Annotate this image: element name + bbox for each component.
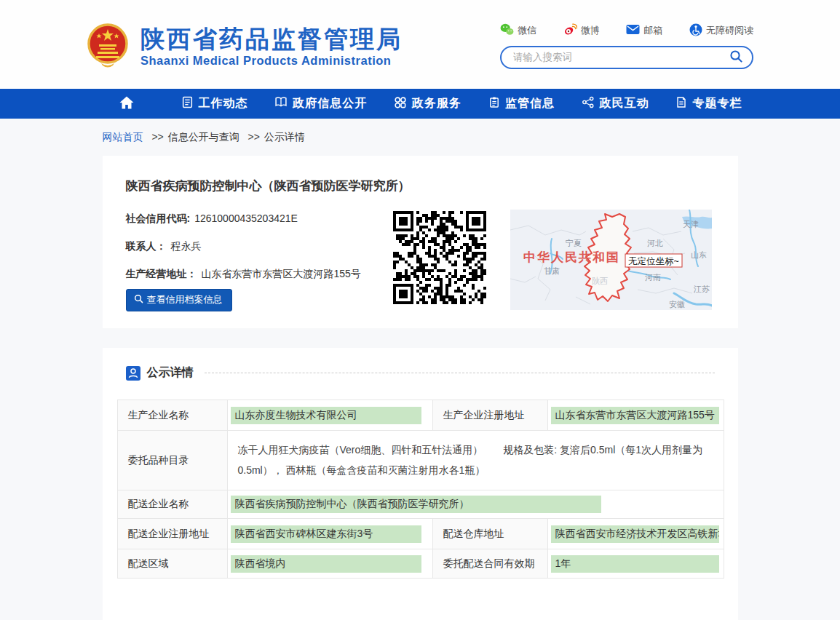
- entity-summary-card: 陕西省疾病预防控制中心（陕西省预防医学研究所） 社会信用代码:126100004…: [103, 156, 738, 328]
- open-book-icon: [274, 96, 288, 111]
- section-header: 公示详情: [126, 365, 715, 381]
- site-title: 陕西省药品监督管理局: [140, 25, 403, 53]
- table-row: 配送企业名称 陕西省疾病预防控制中心（陕西省预防医学研究所）: [117, 490, 724, 519]
- nav-item-gov-info[interactable]: 政府信息公开: [274, 96, 367, 111]
- map-region-label: 安徽: [669, 300, 685, 309]
- table-row: 生产企业名称 山东亦度生物技术有限公司 生产企业注册地址 山东省东营市东营区大渡…: [117, 400, 724, 431]
- site-subtitle: Shaanxi Medical Products Administration: [140, 54, 403, 68]
- cell-value: 陕西省疾病预防控制中心（陕西省预防医学研究所）: [227, 490, 724, 519]
- header-quick-links: 微信 微博: [500, 23, 753, 39]
- breadcrumb-item-info-query: 信息公开与查询: [168, 131, 239, 143]
- section-title: 公示详情: [147, 365, 194, 381]
- clipboard-icon: [488, 96, 500, 111]
- map-region-label: 天津: [683, 220, 699, 228]
- field-credit-code: 社会信用代码:12610000435203421E: [126, 212, 298, 226]
- detail-table: 生产企业名称 山东亦度生物技术有限公司 生产企业注册地址 山东省东营市东营区大渡…: [117, 400, 724, 579]
- breadcrumb-home-link[interactable]: 网站首页: [103, 131, 143, 143]
- site-brand[interactable]: 陕西省药品监督管理局 Shaanxi Medical Products Admi…: [87, 18, 403, 71]
- main-nav: 工作动态 政府信息公开 政务服务 监管信息: [0, 89, 840, 119]
- nav-item-special-topics[interactable]: 专题专栏: [675, 96, 742, 111]
- view-credit-file-button[interactable]: 查看信用档案信息: [126, 289, 232, 311]
- nav-home-button[interactable]: [119, 95, 135, 113]
- search-icon: [729, 49, 743, 65]
- cell-label: 配送企业注册地址: [117, 519, 227, 549]
- cell-value: 1年: [547, 549, 724, 579]
- map-country-label: 中华人民共和国: [523, 250, 620, 264]
- map-region-label: 甘肃: [544, 266, 560, 275]
- cell-label: 生产企业注册地址: [432, 400, 547, 431]
- nav-item-work-news[interactable]: 工作动态: [181, 96, 248, 111]
- breadcrumb-separator: >>: [151, 131, 163, 143]
- cell-label: 委托品种目录: [117, 431, 227, 490]
- svg-text:无定位坐标~: 无定位坐标~: [628, 256, 679, 266]
- cell-value: 山东亦度生物技术有限公司: [227, 400, 432, 431]
- section-divider: [205, 373, 715, 373]
- weibo-icon: [563, 23, 577, 38]
- field-contact: 联系人：程永兵: [126, 240, 202, 253]
- wechat-link[interactable]: 微信: [500, 23, 536, 38]
- entity-title: 陕西省疾病预防控制中心（陕西省预防医学研究所）: [126, 178, 411, 194]
- accessibility-icon: [689, 23, 702, 39]
- cell-label: 配送企业名称: [117, 490, 227, 519]
- field-address: 生产经营地址：山东省东营市东营区大渡河路155号: [126, 268, 361, 281]
- breadcrumb: 网站首页 >> 信息公开与查询 >> 公示详情: [103, 119, 738, 156]
- journal-icon: [675, 96, 687, 111]
- breadcrumb-separator: >>: [248, 131, 260, 143]
- map-region-label: 陕西: [592, 277, 608, 285]
- table-row: 配送区域 陕西省境内 委托配送合同有效期 1年: [117, 549, 724, 579]
- national-emblem-logo: [87, 23, 129, 71]
- cell-value: 冻干人用狂犬病疫苗（Vero细胞、四针和五针法通用） 规格及包装: 复溶后0.5…: [227, 431, 724, 490]
- cell-label: 配送区域: [117, 549, 227, 579]
- cell-label: 委托配送合同有效期: [432, 549, 547, 579]
- map-region-label: 江苏: [693, 285, 710, 293]
- nav-item-services[interactable]: 政务服务: [394, 96, 461, 112]
- cell-label: 配送仓库地址: [432, 519, 547, 549]
- cell-value: 陕西省境内: [227, 549, 432, 579]
- detail-section-icon: [126, 366, 140, 381]
- mail-icon: [626, 24, 640, 37]
- map-region-label: 山东: [691, 250, 707, 259]
- wechat-icon: [500, 23, 514, 38]
- map-no-location-tooltip: 无定位坐标~: [625, 254, 682, 267]
- map-region-label: 河南: [645, 273, 661, 282]
- nav-item-interaction[interactable]: 政民互动: [582, 96, 649, 111]
- doc-lines-icon: [181, 96, 194, 111]
- map-region-label: 宁夏: [566, 239, 582, 247]
- search-input[interactable]: [513, 52, 729, 63]
- cell-value: 山东省东营市东营区大渡河路155号: [547, 400, 724, 431]
- detail-card: 公示详情 生产企业名称 山东亦度生物技术有限公司 生产企业注册地址 山东省东营市…: [103, 348, 738, 620]
- qr-code: [390, 208, 489, 307]
- nav-item-supervision[interactable]: 监管信息: [488, 96, 555, 111]
- site-header: 陕西省药品监督管理局 Shaanxi Medical Products Admi…: [0, 0, 840, 89]
- weibo-link[interactable]: 微博: [563, 23, 600, 38]
- table-row: 配送企业注册地址 陕西省西安市碑林区建东街3号 配送仓库地址 陕西省西安市经济技…: [117, 519, 724, 549]
- table-row: 委托品种目录 冻干人用狂犬病疫苗（Vero细胞、四针和五针法通用） 规格及包装:…: [117, 431, 724, 490]
- location-map[interactable]: 中华人民共和国 宁夏 甘肃 陕西 河北 天津 山东 河南 江苏 安徽: [510, 210, 712, 310]
- mail-link[interactable]: 邮箱: [626, 24, 662, 37]
- home-icon: [119, 95, 135, 113]
- grid-circles-icon: [394, 96, 407, 112]
- share-nodes-icon: [582, 96, 595, 111]
- search-button[interactable]: [729, 49, 743, 65]
- cell-label: 生产企业名称: [117, 400, 227, 431]
- accessibility-link[interactable]: 无障碍阅读: [689, 23, 753, 39]
- map-region-label: 河北: [647, 239, 663, 247]
- search-bar: [500, 46, 753, 69]
- cell-value: 陕西省西安市碑林区建东街3号: [227, 519, 432, 549]
- cell-value: 陕西省西安市经济技术开发区高铁新城: [547, 519, 724, 549]
- search-icon: [134, 294, 143, 306]
- breadcrumb-item-detail: 公示详情: [264, 131, 305, 143]
